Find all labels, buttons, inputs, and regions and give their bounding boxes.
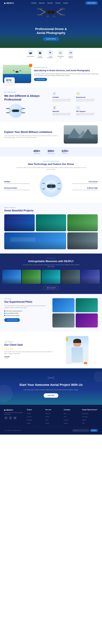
tech-sensor-desc: Lorem ipsum dolor sit amet consectetur a… — [65, 183, 98, 184]
testimonial-portrait: ★ 2 — [66, 336, 88, 364]
footer-link-team[interactable]: Team — [45, 418, 61, 421]
nav-link-services[interactable]: Services — [47, 2, 53, 4]
star-5: ★ — [12, 348, 13, 350]
testimonial-left: TESTIMONIAL Our Client Said ★ ★ ★ ★ ★ Lo… — [4, 341, 54, 359]
svg-point-28 — [6, 112, 10, 113]
footer-link-investors[interactable]: Investors — [64, 418, 79, 421]
explore-text: Explore Your World Without Limitations L… — [4, 130, 61, 138]
footer-link-projects[interactable]: Projects — [27, 412, 42, 414]
gallery-title: Unforgettable Memories with DEXFLY — [4, 260, 98, 263]
svg-point-4 — [37, 8, 43, 10]
project-item-2[interactable] — [36, 214, 66, 231]
recreational-icon: 🚁 — [58, 50, 63, 55]
stats-banner: 450+ Happy Client 300+ Aerial Filming 22… — [0, 147, 102, 156]
svg-point-44 — [58, 188, 61, 190]
service-visual-production[interactable]: 🎬 Visual Production — [36, 50, 44, 58]
footer-link-core[interactable]: Our Core — [27, 415, 42, 418]
cta-title: Start Your Awesome Aerial Project With U… — [4, 383, 98, 387]
team-images — [53, 298, 98, 328]
gallery-item-4[interactable] — [61, 270, 80, 284]
tech-feat-4k: 4K/30fps Lorem ipsum dolor sit amet cons… — [4, 181, 37, 184]
social-twitter[interactable]: t — [9, 416, 12, 420]
footer-logo: ▶ DEXFLY — [4, 409, 24, 411]
team-image-4 — [76, 314, 98, 328]
nav-link-contact[interactable]: Contact — [63, 2, 68, 4]
service-defense[interactable]: 🛩 Defense Sensing — [66, 50, 75, 58]
footer-link-faq[interactable]: FAQ — [82, 422, 98, 424]
spec-content: FEATURED SERVICE Specializing in Drone S… — [34, 67, 99, 81]
gallery-description: Lorem ipsum dolor sit amet consectetur a… — [21, 264, 81, 268]
gallery-item-3[interactable] — [42, 270, 61, 284]
star-2: ★ — [6, 348, 8, 350]
footer-link-services[interactable]: Services — [45, 415, 61, 418]
footer-link-support[interactable]: Support — [82, 418, 98, 421]
project-item-1[interactable] — [4, 214, 35, 231]
service-surveillance[interactable]: 👁 Visual Surveillance — [46, 50, 55, 58]
team-join-button[interactable]: JOIN OUR TEAM — [4, 318, 20, 322]
gallery-item-2[interactable] — [22, 270, 41, 284]
nav-book-button[interactable]: BOOK NOW — [85, 2, 98, 5]
recreational-label: Recreational Use — [56, 56, 65, 58]
social-linkedin[interactable]: in — [13, 416, 17, 420]
footer-link-quote[interactable]: Get Quote — [82, 415, 98, 418]
footer-search-input[interactable] — [72, 429, 89, 432]
footer-link-partners[interactable]: Partners — [64, 422, 79, 424]
social-facebook[interactable]: f — [4, 416, 8, 420]
footer-link-about[interactable]: About Us — [45, 412, 61, 414]
gallery-header: OUR GALLERY Unforgettable Memories with … — [0, 258, 102, 270]
footer-link-start[interactable]: Start Project — [82, 412, 98, 414]
stat-filming-number: 300+ — [47, 149, 55, 153]
cta-explore-button[interactable]: EXPLORE — [44, 393, 58, 398]
visual-production-icon: 🎬 — [37, 50, 43, 55]
team-dot-3 — [4, 315, 5, 316]
why-cards: ✓ Certified Lorem ipsum dolor sit amet c… — [53, 92, 98, 118]
nav-link-about[interactable]: About Us — [39, 2, 45, 4]
cta-decoration-left — [0, 385, 13, 402]
nav-link-home[interactable]: Projects — [31, 2, 36, 4]
hero-cta-button[interactable]: LEARN DETAIL — [43, 37, 59, 41]
team-point-1-text: More than 5 years experience — [6, 310, 22, 312]
project-item-3[interactable] — [67, 214, 98, 231]
service-aerial-explore[interactable]: 📷 Aerial Explore — [27, 50, 34, 58]
footer-link-campaign[interactable]: Campaign — [27, 418, 42, 421]
nav-link-projects[interactable]: Projects — [55, 2, 61, 4]
footer-bottom: © 2024 DEXFLY. All rights reserved. SUBM… — [4, 427, 98, 432]
star-1: ★ — [4, 348, 6, 350]
why-card-certified: ✓ Certified Lorem ipsum dolor sit amet c… — [53, 92, 74, 104]
tech-features-left: 4K/30fps Lorem ipsum dolor sit amet cons… — [4, 181, 37, 191]
defense-icon: 🛩 — [68, 50, 73, 55]
footer: ▶ DEXFLY Lorem ipsum dolor sit amet cons… — [0, 405, 102, 434]
gallery-strip — [0, 270, 102, 284]
testimonial-section: TESTIMONIAL Our Client Said ★ ★ ★ ★ ★ Lo… — [0, 332, 102, 368]
footer-link-explore[interactable]: Explore — [27, 422, 42, 424]
footer-search-button[interactable]: SUBMIT — [90, 429, 98, 432]
cta-description: Lorem ipsum dolor sit amet consectetur a… — [23, 389, 79, 391]
footer-link-blog[interactable]: Blog — [64, 412, 79, 414]
footer-link-press[interactable]: Press — [64, 415, 79, 418]
svg-point-33 — [15, 110, 16, 111]
spec-learn-button[interactable]: LEARN MORE — [34, 78, 47, 81]
tech-flight-desc: Lorem ipsum dolor sit amet consectetur a… — [65, 189, 98, 191]
project-item-5[interactable] — [67, 232, 98, 249]
gallery-item-5[interactable] — [81, 270, 100, 284]
svg-point-27 — [21, 108, 25, 109]
team-point-2-text: Internationally certified — [6, 312, 18, 314]
gallery-item-1[interactable] — [2, 270, 21, 284]
svg-point-54 — [47, 379, 49, 379]
gallery-view-button[interactable]: VIEW GALLERY — [43, 286, 59, 290]
svg-line-13 — [47, 14, 48, 17]
team-description: Lorem ipsum dolor sit amet consectetur a… — [4, 305, 49, 308]
svg-point-26 — [6, 108, 10, 109]
why-section: WHY CHOOSE US We Are Different & Always … — [0, 87, 102, 122]
projects-tag: AERIAL PROJECT — [4, 207, 98, 208]
svg-point-5 — [59, 8, 65, 10]
why-tag: WHY CHOOSE US — [4, 92, 49, 93]
why-left: WHY CHOOSE US We Are Different & Always … — [4, 92, 49, 118]
footer-link-contact[interactable]: Contact — [45, 422, 61, 424]
project-item-4[interactable] — [4, 232, 66, 249]
team-points: More than 5 years experience Internation… — [4, 310, 49, 316]
service-recreational[interactable]: 🚁 Recreational Use — [56, 50, 65, 58]
svg-point-52 — [47, 377, 49, 377]
experienced-desc: Lorem ipsum dolor sit amet consectetur a… — [76, 99, 98, 102]
stat-photo: 225+ Aerial Photo — [62, 149, 69, 154]
